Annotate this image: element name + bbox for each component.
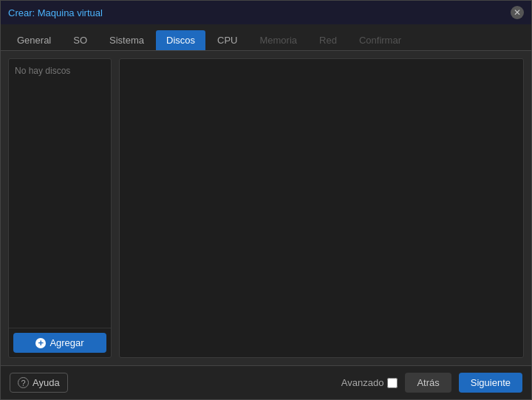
tab-red: Red [309, 30, 347, 50]
back-button[interactable]: Atrás [405, 373, 451, 393]
next-button[interactable]: Siguiente [459, 373, 522, 393]
add-disk-button[interactable]: Agregar [13, 333, 106, 353]
tab-so[interactable]: SO [63, 30, 98, 50]
tab-general[interactable]: General [7, 30, 61, 50]
disk-detail-panel [119, 58, 524, 358]
main-window: Crear: Maquina virtual ✕ General SO Sist… [0, 0, 532, 400]
window-title: Crear: Maquina virtual [8, 7, 103, 18]
footer: ? Ayuda Avanzado Atrás Siguiente [1, 365, 531, 399]
tab-bar: General SO Sistema Discos CPU Memoria Re… [1, 24, 531, 51]
plus-icon [35, 338, 46, 348]
disk-list-content: No hay discos [9, 59, 111, 328]
content-area: No hay discos Agregar [1, 51, 531, 365]
close-button[interactable]: ✕ [511, 6, 524, 19]
help-label: Ayuda [33, 377, 60, 388]
tab-confirmar: Confirmar [349, 30, 412, 50]
footer-right: Avanzado Atrás Siguiente [341, 373, 522, 393]
question-mark-icon: ? [18, 377, 29, 388]
add-disk-label: Agregar [50, 337, 83, 348]
no-discos-label: No hay discos [15, 66, 70, 76]
footer-left: ? Ayuda [10, 373, 68, 393]
tab-memoria: Memoria [249, 30, 307, 50]
tab-cpu[interactable]: CPU [207, 30, 248, 50]
title-bar: Crear: Maquina virtual ✕ [1, 1, 531, 24]
disk-list-panel: No hay discos Agregar [8, 58, 112, 358]
tab-discos[interactable]: Discos [156, 30, 205, 50]
avanzado-area: Avanzado [341, 377, 398, 388]
add-disk-btn-container: Agregar [9, 328, 111, 357]
avanzado-checkbox[interactable] [387, 378, 398, 388]
help-button[interactable]: ? Ayuda [10, 373, 68, 393]
avanzado-label: Avanzado [341, 377, 384, 388]
tab-sistema[interactable]: Sistema [99, 30, 154, 50]
